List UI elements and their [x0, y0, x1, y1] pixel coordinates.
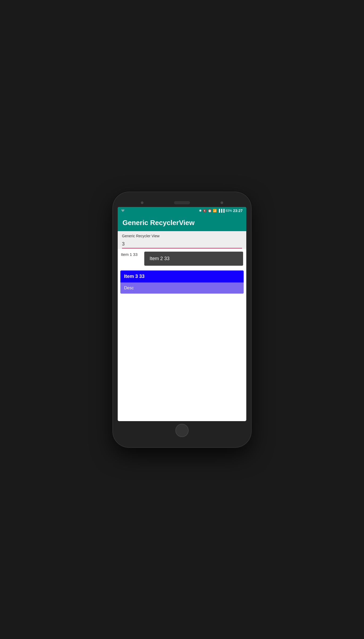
app-bar: Generic RecyclerView — [118, 214, 246, 231]
item2-bubble[interactable]: Item 2 33 — [144, 252, 243, 266]
item-row-1-2: Item 1 33 Item 2 33 — [118, 249, 246, 268]
status-bar-left: Ψ — [121, 209, 124, 213]
status-bar-right: ✱ 🔇 ⏰ 📶 ▐▐▐ 83% 23:27 — [199, 209, 243, 213]
time-text: 23:27 — [233, 209, 243, 213]
content-area: Generic Recycler View Item 1 33 Item 2 3… — [118, 231, 246, 421]
item1-text[interactable]: Item 1 33 — [121, 252, 142, 257]
wifi-icon: 📶 — [213, 209, 217, 213]
signal-icon: ▐▐▐ — [218, 209, 225, 213]
status-bar: Ψ ✱ 🔇 ⏰ 📶 ▐▐▐ 83% 23:27 — [118, 207, 246, 214]
list-area: Item 1 33 Item 2 33 Item 3 33 Desc — [118, 249, 246, 421]
search-input-wrapper — [122, 241, 242, 249]
sensor — [221, 201, 223, 204]
home-button[interactable] — [175, 424, 189, 437]
phone-screen: Ψ ✱ 🔇 ⏰ 📶 ▐▐▐ 83% 23:27 Generic Recycler… — [118, 207, 246, 421]
phone-device: Ψ ✱ 🔇 ⏰ 📶 ▐▐▐ 83% 23:27 Generic Recycler… — [113, 192, 251, 447]
search-input[interactable] — [122, 241, 242, 248]
item3-desc[interactable]: Desc — [120, 282, 244, 294]
front-camera — [141, 201, 143, 204]
earpiece-speaker — [174, 201, 190, 204]
phone-top-bar — [118, 200, 246, 207]
search-label: Generic Recycler View — [122, 234, 242, 238]
search-section: Generic Recycler View — [118, 231, 246, 249]
bt-icon: ✱ — [199, 209, 202, 213]
app-bar-title: Generic RecyclerView — [122, 219, 194, 227]
usb-icon: Ψ — [121, 209, 124, 213]
alarm-icon: ⏰ — [208, 209, 212, 213]
battery-text: 83% — [226, 209, 232, 213]
item3-area[interactable]: Item 3 33 Desc — [120, 270, 244, 294]
item3-title[interactable]: Item 3 33 — [120, 270, 244, 282]
phone-bottom — [118, 421, 246, 440]
mute-icon: 🔇 — [203, 209, 207, 213]
